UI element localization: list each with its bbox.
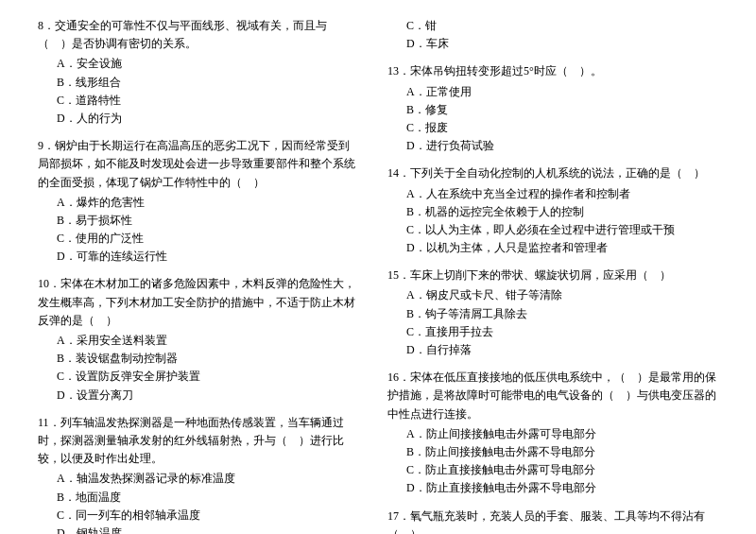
q14-option-d: D．以机为主体，人只是监控者和管理者	[406, 239, 718, 257]
question-10: 10．宋体在木材加工的诸多危险因素中，木料反弹的危险性大，发生概率高，下列木材加…	[38, 275, 359, 404]
q8-options: A．安全设施 B．线形组合 C．道路特性 D．人的行为	[57, 55, 359, 128]
q11-option-c: C．同一列车的相邻轴承温度	[57, 507, 359, 525]
q16-option-b: B．防止间接接触电击外露不导电部分	[406, 443, 718, 461]
q14-title: 14．下列关于全自动化控制的人机系统的说法，正确的是（ ）	[387, 164, 718, 182]
q16-option-c: C．防止直接接触电击外露可导电部分	[406, 461, 718, 479]
q15-title: 15．车床上切削下来的带状、螺旋状切屑，应采用（ ）	[387, 267, 718, 284]
q10-option-d: D．设置分离刀	[57, 387, 359, 405]
q10-option-c: C．设置防反弹安全屏护装置	[57, 368, 359, 386]
q11-options: A．轴温发热探测器记录的标准温度 B．地面温度 C．同一列车的相邻轴承温度 D．…	[57, 470, 359, 534]
q12-option-c: C．钳	[406, 17, 718, 35]
q13-options: A．正常使用 B．修复 C．报废 D．进行负荷试验	[406, 83, 718, 156]
q15-option-c: C．直接用手拉去	[406, 323, 718, 341]
q14-options: A．人在系统中充当全过程的操作者和控制者 B．机器的远控完全依赖于人的控制 C．…	[406, 185, 718, 258]
q10-title: 10．宋体在木材加工的诸多危险因素中，木料反弹的危险性大，发生概率高，下列木材加…	[38, 275, 359, 330]
q11-option-d: D．钢轨温度	[57, 525, 359, 534]
q15-option-a: A．钢皮尺或卡尺、钳子等清除	[406, 286, 718, 304]
q16-options: A．防止间接接触电击外露可导电部分 B．防止间接接触电击外露不导电部分 C．防止…	[406, 425, 718, 498]
question-15: 15．车床上切削下来的带状、螺旋状切屑，应采用（ ） A．钢皮尺或卡尺、钳子等清…	[387, 267, 718, 359]
q15-options: A．钢皮尺或卡尺、钳子等清除 B．钩子等清屑工具除去 C．直接用手拉去 D．自行…	[406, 286, 718, 359]
q10-option-a: A．采用安全送料装置	[57, 332, 359, 350]
q8-option-b: B．线形组合	[57, 74, 359, 92]
q13-option-d: D．进行负荷试验	[406, 137, 718, 155]
q12-cd-options: C．钳 D．车床	[406, 17, 718, 53]
q9-option-b: B．易于损坏性	[57, 212, 359, 230]
q13-option-c: C．报废	[406, 119, 718, 137]
q11-option-a: A．轴温发热探测器记录的标准温度	[57, 470, 359, 488]
q9-title: 9．钢炉由于长期运行在高温高压的恶劣工况下，因而经常受到局部损坏，如不能及时发现…	[38, 137, 359, 192]
q9-option-d: D．可靠的连续运行性	[57, 248, 359, 266]
q15-option-d: D．自行掉落	[406, 341, 718, 359]
question-16: 16．宋体在低压直接接地的低压供电系统中，（ ）是最常用的保护措施，是将故障时可…	[387, 369, 718, 497]
q10-options: A．采用安全送料装置 B．装设锯盘制动控制器 C．设置防反弹安全屏护装置 D．设…	[57, 332, 359, 405]
q9-options: A．爆炸的危害性 B．易于损坏性 C．使用的广泛性 D．可靠的连续运行性	[57, 194, 359, 267]
q14-option-b: B．机器的远控完全依赖于人的控制	[406, 203, 718, 221]
q10-option-b: B．装设锯盘制动控制器	[57, 350, 359, 368]
q11-title: 11．列车轴温发热探测器是一种地面热传感装置，当车辆通过时，探测器测量轴承发射的…	[38, 414, 359, 469]
question-14: 14．下列关于全自动化控制的人机系统的说法，正确的是（ ） A．人在系统中充当全…	[387, 164, 718, 257]
q12-option-d: D．车床	[406, 35, 718, 53]
q11-option-b: B．地面温度	[57, 489, 359, 507]
q17-title: 17．氧气瓶充装时，充装人员的手套、服装、工具等均不得沾有（ ）	[387, 508, 718, 535]
left-column: 8．交通安全的可靠性不仅与平面线形、视域有关，而且与（ ）是否协调有密切的关系。…	[38, 17, 378, 534]
q8-option-c: C．道路特性	[57, 92, 359, 110]
question-13: 13．宋体吊钩扭转变形超过5°时应（ ）。 A．正常使用 B．修复 C．报废 D…	[387, 62, 718, 155]
q13-option-a: A．正常使用	[406, 83, 718, 101]
question-17: 17．氧气瓶充装时，充装人员的手套、服装、工具等均不得沾有（ ） A．水泥 B．…	[387, 508, 718, 535]
q16-option-d: D．防止直接接触电击外露不导电部分	[406, 479, 718, 497]
q14-option-a: A．人在系统中充当全过程的操作者和控制者	[406, 185, 718, 203]
question-9: 9．钢炉由于长期运行在高温高压的恶劣工况下，因而经常受到局部损坏，如不能及时发现…	[38, 137, 359, 266]
q15-option-b: B．钩子等清屑工具除去	[406, 305, 718, 323]
question-11: 11．列车轴温发热探测器是一种地面热传感装置，当车辆通过时，探测器测量轴承发射的…	[38, 414, 359, 534]
question-8: 8．交通安全的可靠性不仅与平面线形、视域有关，而且与（ ）是否协调有密切的关系。…	[38, 17, 359, 128]
right-column: C．钳 D．车床 13．宋体吊钩扭转变形超过5°时应（ ）。 A．正常使用 B．…	[378, 17, 718, 534]
q13-title: 13．宋体吊钩扭转变形超过5°时应（ ）。	[387, 62, 718, 80]
q14-option-c: C．以人为主体，即人必须在全过程中进行管理或干预	[406, 221, 718, 239]
q9-option-c: C．使用的广泛性	[57, 230, 359, 248]
q13-option-b: B．修复	[406, 101, 718, 119]
q16-option-a: A．防止间接接触电击外露可导电部分	[406, 425, 718, 443]
q8-title: 8．交通安全的可靠性不仅与平面线形、视域有关，而且与（ ）是否协调有密切的关系。	[38, 17, 359, 53]
q9-option-a: A．爆炸的危害性	[57, 194, 359, 212]
q8-option-a: A．安全设施	[57, 55, 359, 73]
q8-option-d: D．人的行为	[57, 110, 359, 128]
q16-title: 16．宋体在低压直接接地的低压供电系统中，（ ）是最常用的保护措施，是将故障时可…	[387, 369, 718, 423]
question-12-cd: C．钳 D．车床	[387, 17, 718, 53]
